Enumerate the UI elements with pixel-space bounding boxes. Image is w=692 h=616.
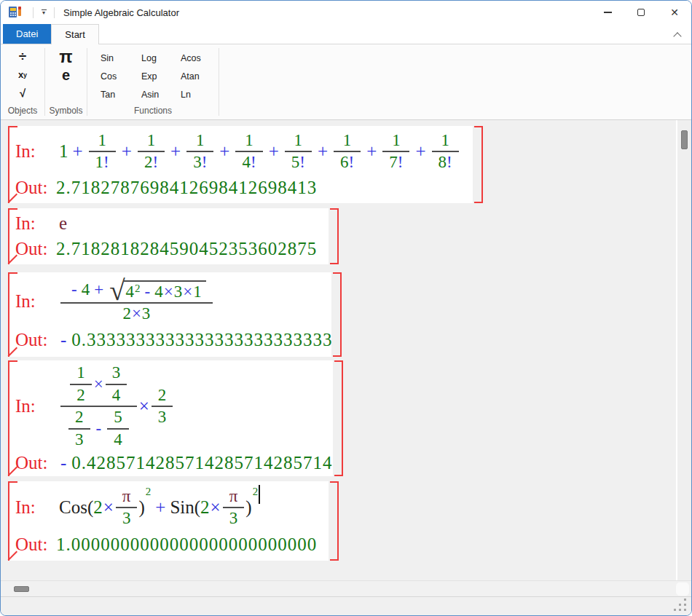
input-row: In:-4+√42-4×3×12×3 (15, 279, 331, 324)
symbol-token: π (229, 487, 238, 506)
in-label: In: (15, 213, 53, 234)
input-expression: 12×3423-54×23 (59, 363, 174, 449)
close-button[interactable]: ✕ (658, 1, 691, 24)
operator-token: + (73, 141, 83, 162)
number-token: 0.3333333333333333333333333 (71, 330, 332, 350)
number-token: 5 (114, 408, 122, 427)
cell-content[interactable]: In:12×3423-54×23Out:-0.42857142857142857… (9, 360, 333, 476)
calc-cell[interactable]: In:Cos(2×π3)2+Sin(2×π3)2Out:1.0000000000… (8, 481, 339, 561)
ribbon-separator (219, 48, 219, 116)
number-token: 2.7182787698412698412698413 (56, 178, 317, 198)
asin-button[interactable]: Asin (133, 90, 172, 100)
ribbon: ÷ xy √ Objects π e Symbols Sin Log Acos … (1, 44, 691, 120)
calc-cell[interactable]: In:1+11!+12!+13!+14!+15!+16!+17!+18!Out:… (8, 126, 483, 203)
fraction-denominator: 2×3 (60, 304, 213, 323)
number-token: 3 (112, 363, 121, 382)
number-token: 4 (242, 153, 251, 172)
power-button[interactable]: xy (18, 66, 27, 84)
number-token: 1 (76, 363, 85, 382)
fraction-numerator: 1 (382, 131, 409, 152)
cell-content[interactable]: In:1+11!+12!+13!+14!+15!+16!+17!+18!Out:… (9, 126, 473, 203)
calc-cell[interactable]: In:-4+√42-4×3×12×3Out:-0.333333333333333… (8, 272, 342, 357)
fraction-numerator: π (223, 487, 245, 508)
sin-button[interactable]: Sin (92, 53, 133, 63)
fraction-denominator: 3 (68, 430, 90, 449)
fraction: 18! (432, 131, 459, 173)
vertical-scrollbar[interactable] (677, 120, 691, 580)
tan-button[interactable]: Tan (92, 90, 133, 100)
title-bar: ▾ Simple Algebraic Calculator ✕ (1, 1, 691, 24)
fraction-denominator: 2 (70, 385, 92, 405)
fraction-denominator: 4 (107, 430, 129, 449)
number-token: 3 (75, 430, 84, 449)
log-button[interactable]: Log (133, 53, 172, 63)
exp-button[interactable]: Exp (133, 71, 172, 82)
fraction: 12! (138, 131, 165, 173)
tab-start[interactable]: Start (51, 24, 98, 44)
tab-datei[interactable]: Datei (3, 24, 51, 44)
in-label: In: (15, 396, 53, 416)
fraction: 23 (68, 408, 90, 449)
maximize-button[interactable] (624, 1, 658, 24)
acos-button[interactable]: Acos (172, 53, 214, 63)
operator-token: + (94, 280, 103, 299)
fraction-numerator: 1 (235, 131, 262, 152)
cos-button[interactable]: Cos (92, 71, 133, 82)
worksheet-canvas[interactable]: In:1+11!+12!+13!+14!+15!+16!+17!+18!Out:… (1, 120, 676, 580)
cell-content[interactable]: In:eOut:2.7182818284590452353602875 (9, 208, 329, 264)
fraction: 23 (152, 386, 173, 427)
ribbon-collapse-icon[interactable] (675, 32, 681, 39)
input-expression: e (59, 213, 67, 234)
number-token: 1 (441, 131, 449, 150)
fraction-numerator: 2 (68, 408, 90, 429)
atan-button[interactable]: Atan (172, 71, 214, 82)
output-row: Out:-0.3333333333333333333333333 (15, 330, 331, 350)
operator-token: - (96, 419, 102, 438)
input-expression: Cos(2×π3)2+Sin(2×π3)2 (59, 487, 260, 529)
operator-token: ! (447, 153, 452, 172)
minimize-button[interactable] (591, 1, 624, 24)
number-token: 2 (93, 497, 103, 518)
quick-access-dropdown-icon[interactable]: ▾ (38, 9, 50, 15)
fraction: 12×3423-54 (60, 363, 137, 449)
operator-token: + (318, 141, 328, 162)
ribbon-tab-row: Datei Start (1, 24, 691, 44)
calc-cell[interactable]: In:12×3423-54×23Out:-0.42857142857142857… (8, 360, 343, 476)
scrollbar-corner (676, 583, 689, 596)
number-token: 2 (158, 386, 167, 405)
number-token: 6 (340, 153, 349, 172)
sqrt-button[interactable]: √ (20, 84, 25, 102)
pi-button[interactable]: π (59, 47, 72, 66)
operator-token: + (122, 141, 132, 162)
horizontal-scrollbar-thumb[interactable] (14, 586, 29, 592)
ln-button[interactable]: Ln (172, 90, 214, 100)
fraction: 12 (70, 363, 92, 405)
cell-bracket-right (330, 208, 339, 264)
status-bar (1, 596, 691, 615)
calc-cell[interactable]: In:eOut:2.7182818284590452353602875 (8, 208, 339, 264)
output-row: Out:2.7182787698412698412698413 (15, 178, 473, 198)
minimize-icon (604, 12, 612, 13)
operator-token: × (132, 304, 141, 323)
number-token: 3 (158, 408, 167, 427)
divide-button[interactable]: ÷ (19, 47, 26, 66)
resize-grip-icon[interactable] (684, 609, 686, 611)
operator-token: × (103, 497, 114, 518)
fraction-denominator: 2! (138, 152, 165, 172)
vertical-scrollbar-thumb[interactable] (681, 130, 688, 149)
fraction-denominator: 7! (382, 152, 409, 172)
fraction-denominator: 3 (223, 508, 245, 528)
euler-button[interactable]: e (62, 66, 70, 84)
number-token: 3 (193, 153, 202, 172)
fraction-denominator: 5! (285, 152, 312, 172)
number-token: 2.7182818284590452353602875 (56, 239, 317, 259)
cell-content[interactable]: In:-4+√42-4×3×12×3Out:-0.333333333333333… (9, 272, 331, 357)
fraction-denominator: 23-54 (60, 407, 137, 449)
cell-content[interactable]: In:Cos(2×π3)2+Sin(2×π3)2Out:1.0000000000… (9, 481, 329, 561)
fraction-numerator: 1 (138, 131, 165, 152)
number-token: 4 (114, 430, 122, 449)
output-value: -0.3333333333333333333333333 (56, 330, 333, 350)
horizontal-scrollbar[interactable] (1, 580, 691, 596)
operator-token: ! (251, 153, 256, 172)
input-expression: 1+11!+12!+13!+14!+15!+16!+17!+18! (59, 131, 460, 173)
